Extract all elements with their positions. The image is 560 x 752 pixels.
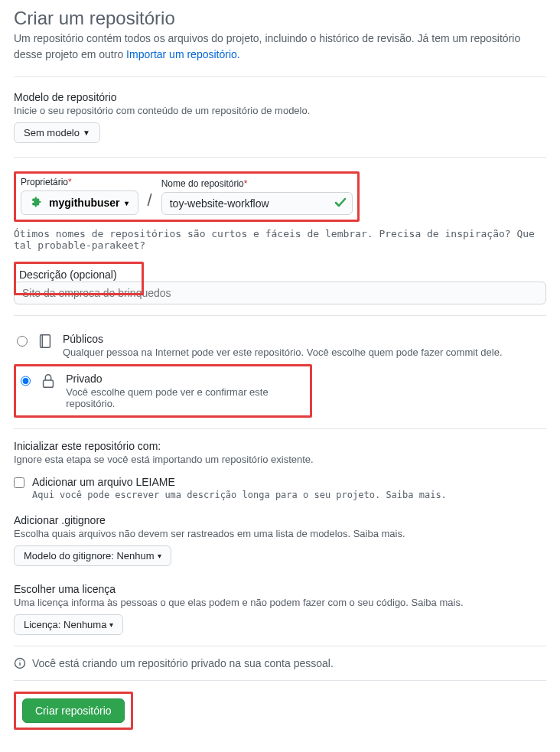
template-section: Modelo de repositório Inicie o seu repos… xyxy=(14,91,546,143)
divider xyxy=(14,157,546,158)
svg-rect-2 xyxy=(44,380,54,387)
template-help: Inicie o seu repositório com conteúdo de… xyxy=(14,105,546,116)
divider xyxy=(14,428,546,429)
page-title: Criar um repositório xyxy=(14,8,546,29)
license-select-button[interactable]: Licença: Nenhuma ▾ xyxy=(14,614,123,635)
license-help: Uma licença informa às pessoas o que ela… xyxy=(14,597,546,608)
repo-name-label: Nome do repositório* xyxy=(161,178,353,189)
private-desc: Você escolhe quem pode ver e confirmar e… xyxy=(66,386,305,409)
template-select-button[interactable]: Sem modelo ▼ xyxy=(14,122,100,143)
divider xyxy=(14,315,546,316)
template-label: Modelo de repositório xyxy=(14,91,546,103)
create-button-highlight: Criar repositório xyxy=(14,692,133,730)
private-highlight: Privado Você escolhe quem pode ver e con… xyxy=(14,364,312,418)
public-radio[interactable] xyxy=(17,336,28,347)
description-input[interactable] xyxy=(14,282,546,304)
svg-rect-0 xyxy=(41,335,50,348)
private-title: Privado xyxy=(66,373,305,385)
info-icon xyxy=(14,657,26,669)
repo-icon xyxy=(37,333,54,350)
public-title: Públicos xyxy=(63,333,503,345)
readme-label: Adicionar um arquivo LEIAME xyxy=(32,476,447,488)
gitignore-title: Adicionar .gitignore xyxy=(14,514,546,526)
lock-icon xyxy=(40,373,57,389)
subtitle-text: Um repositório contém todos os arquivos … xyxy=(14,32,520,60)
gitignore-select-button[interactable]: Modelo do gitignore: Nenhum ▾ xyxy=(14,545,171,566)
private-radio[interactable] xyxy=(21,376,31,386)
gitignore-button-label: Modelo do gitignore: Nenhum xyxy=(24,550,155,562)
public-desc: Qualquer pessoa na Internet pode ver est… xyxy=(63,347,503,358)
info-row: Você está criando um repositório privado… xyxy=(14,657,546,669)
page-subtitle: Um repositório contém todos os arquivos … xyxy=(14,31,546,63)
caret-down-icon: ▾ xyxy=(109,620,113,629)
readme-row[interactable]: Adicionar um arquivo LEIAME Aqui você po… xyxy=(14,476,546,500)
owner-label: Proprietário* xyxy=(21,177,138,187)
readme-checkbox[interactable] xyxy=(14,477,24,488)
divider xyxy=(14,680,546,681)
init-title: Inicializar este repositório com: xyxy=(14,440,546,452)
owner-value: mygithubuser xyxy=(49,197,120,209)
svg-point-5 xyxy=(19,660,20,661)
puzzle-icon xyxy=(31,196,44,210)
visibility-public-row[interactable]: Públicos Qualquer pessoa na Internet pod… xyxy=(14,327,546,364)
repo-name-input[interactable] xyxy=(161,192,353,215)
gitignore-help: Escolha quais arquivos não devem ser ras… xyxy=(14,528,546,539)
caret-down-icon: ▾ xyxy=(158,552,161,560)
divider xyxy=(14,646,546,646)
checkmark-icon xyxy=(334,197,347,211)
slash-separator: / xyxy=(148,190,152,210)
info-text: Você está criando um repositório privado… xyxy=(32,657,334,669)
caret-down-icon: ▼ xyxy=(83,129,90,137)
caret-down-icon: ▾ xyxy=(125,199,129,207)
visibility-private-row[interactable]: Privado Você escolhe quem pode ver e con… xyxy=(18,366,308,415)
divider xyxy=(14,77,546,77)
create-repo-button[interactable]: Criar repositório xyxy=(22,698,125,723)
owner-repo-highlight: Proprietário* mygithubuser▾ / Nome do re… xyxy=(14,171,360,222)
license-title: Escolher uma licença xyxy=(14,583,546,595)
repo-name-suggestion: Ótimos nomes de repositórios são curtos … xyxy=(14,228,546,251)
init-help: Ignore esta etapa se você está importand… xyxy=(14,454,546,465)
import-link[interactable]: Importar um repositório. xyxy=(126,48,240,60)
readme-help: Aqui você pode escrever uma descrição lo… xyxy=(32,490,447,500)
description-label: Descrição (opcional) xyxy=(19,269,138,281)
template-button-label: Sem modelo xyxy=(24,127,80,138)
license-button-label: Licença: Nenhuma xyxy=(24,619,106,630)
owner-select-button[interactable]: mygithubuser▾ xyxy=(21,190,138,215)
